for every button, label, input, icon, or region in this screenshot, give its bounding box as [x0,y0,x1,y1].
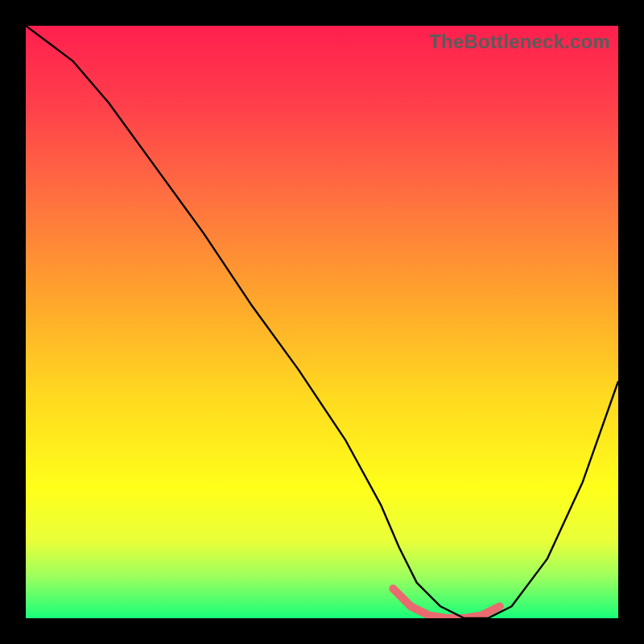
main-curve [26,26,618,618]
plot-area: TheBottleneck.com [26,26,618,618]
highlight-segment [393,588,499,618]
chart-root: TheBottleneck.com [0,0,644,644]
curve-layer [26,26,618,618]
